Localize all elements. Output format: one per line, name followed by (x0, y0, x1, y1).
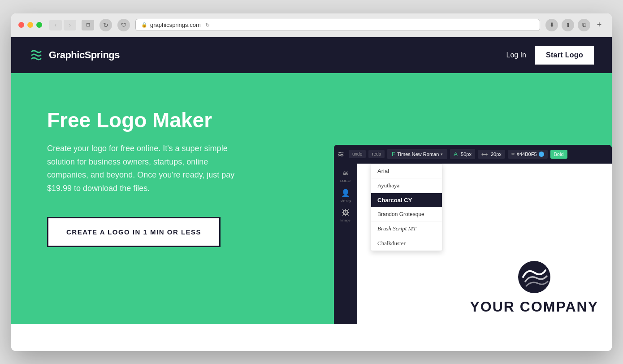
shield-button: 🛡 (117, 19, 130, 31)
tab-button[interactable]: ⊟ (82, 20, 94, 30)
font-option-brush[interactable]: Brush Script MT (371, 221, 442, 236)
sidebar-item-logo[interactable]: ≋ LOGO (337, 167, 355, 185)
font-option-arial[interactable]: Arial (371, 164, 442, 178)
cta-button[interactable]: CREATE A LOGO IN 1 MIN OR LESS (47, 217, 221, 247)
spacing-selector[interactable]: ⟷ 20px (478, 150, 505, 159)
color-value: #44B0F5 (517, 152, 537, 157)
app-window: ≋ undo redo F Times New Roman ▾ A 50px (334, 145, 612, 324)
maximize-button[interactable] (36, 22, 42, 28)
app-canvas: Arial Ayuthaya Charcoal CY Brandon Grote… (357, 164, 612, 324)
font-size-value: 50px (461, 152, 472, 157)
browser-window: ‹ › ⊟ ↻ 🛡 🔒 graphicsprings.com ↻ ⬇ ⬆ ⧉ + (11, 13, 612, 351)
font-letter-icon: F (392, 151, 395, 157)
canvas-logo-preview: YOUR COMPANY (456, 250, 612, 324)
brand-name: GraphicSprings (49, 49, 120, 61)
navbar: GraphicSprings Log In Start Logo (11, 37, 612, 73)
app-body: ≋ LOGO 👤 Identity 🖼 Image (334, 164, 612, 324)
nav-buttons: ‹ › (49, 20, 76, 30)
share-button[interactable]: ⬆ (562, 19, 574, 31)
image-icon: 🖼 (342, 209, 349, 217)
browser-titlebar: ‹ › ⊟ ↻ 🛡 🔒 graphicsprings.com ↻ ⬇ ⬆ ⧉ + (11, 13, 612, 37)
color-selector[interactable]: ✏ #44B0F5 (508, 150, 548, 159)
sidebar-item-image[interactable]: 🖼 Image (337, 207, 355, 225)
font-dropdown[interactable]: Arial Ayuthaya Charcoal CY Brandon Grote… (371, 164, 442, 251)
address-bar[interactable]: 🔒 graphicsprings.com ↻ (135, 19, 540, 31)
close-button[interactable] (18, 22, 24, 28)
gs-logo-small: ≋ (337, 149, 344, 159)
font-size-icon: A (454, 151, 458, 157)
site-content: GraphicSprings Log In Start Logo Free Lo… (11, 37, 612, 351)
font-dropdown-arrow: ▾ (441, 152, 443, 156)
spacing-icon: ⟷ (481, 152, 488, 157)
hero-description: Create your logo for free online. It's a… (47, 142, 244, 195)
brand-logo-icon (29, 48, 43, 62)
hero-title: Free Logo Maker (47, 109, 307, 132)
font-option-brandon[interactable]: Brandon Grotesque (371, 208, 442, 221)
back-button[interactable]: ‹ (49, 20, 62, 30)
lock-icon: 🔒 (141, 22, 147, 28)
undo-button[interactable]: undo (349, 150, 366, 158)
color-swatch (539, 152, 544, 157)
start-logo-button[interactable]: Start Logo (535, 46, 594, 65)
canvas-logo-icon (516, 259, 552, 295)
new-tab-button[interactable]: + (594, 20, 605, 30)
font-selector[interactable]: F Times New Roman ▾ (387, 149, 447, 159)
identity-label: Identity (340, 199, 351, 203)
minimize-button[interactable] (27, 22, 33, 28)
duplicate-button[interactable]: ⧉ (578, 19, 590, 31)
font-option-chalkduster[interactable]: Chalkduster (371, 236, 442, 251)
hero-section: Free Logo Maker Create your logo for fre… (11, 73, 612, 324)
download-button[interactable]: ⬇ (545, 19, 558, 31)
color-pen-icon: ✏ (511, 152, 515, 156)
login-link[interactable]: Log In (506, 51, 526, 59)
traffic-lights (18, 22, 42, 28)
reload-icon: ↻ (103, 22, 108, 29)
logo-icon: ≋ (342, 169, 348, 178)
font-option-charcoal[interactable]: Charcoal CY (371, 193, 442, 208)
bold-button[interactable]: Bold (550, 150, 567, 159)
redo-button[interactable]: redo (368, 150, 385, 158)
reload-button[interactable]: ↻ (100, 19, 112, 31)
forward-button[interactable]: › (64, 20, 76, 30)
font-name-label: Times New Roman (397, 152, 439, 157)
bottom-section (11, 324, 612, 351)
logo-label: LOGO (340, 179, 350, 183)
hero-content: Free Logo Maker Create your logo for fre… (47, 100, 307, 274)
app-sidebar: ≋ LOGO 👤 Identity 🖼 Image (334, 164, 357, 324)
navbar-actions: Log In Start Logo (506, 46, 594, 65)
url-text: graphicsprings.com (150, 22, 201, 28)
font-option-ayuthaya[interactable]: Ayuthaya (371, 178, 442, 193)
browser-actions: ⬇ ⬆ ⧉ + (545, 19, 605, 31)
app-toolbar: ≋ undo redo F Times New Roman ▾ A 50px (334, 145, 612, 164)
font-size-selector[interactable]: A 50px (450, 149, 475, 159)
app-preview: ≋ undo redo F Times New Roman ▾ A 50px (334, 145, 612, 324)
canvas-logo-text: YOUR COMPANY (470, 299, 598, 315)
navbar-brand: GraphicSprings (29, 48, 120, 62)
reload-small-icon: ↻ (205, 22, 210, 28)
spacing-value: 20px (491, 152, 502, 157)
sidebar-item-identity[interactable]: 👤 Identity (337, 187, 355, 205)
image-label: Image (340, 218, 350, 222)
identity-icon: 👤 (341, 189, 350, 197)
